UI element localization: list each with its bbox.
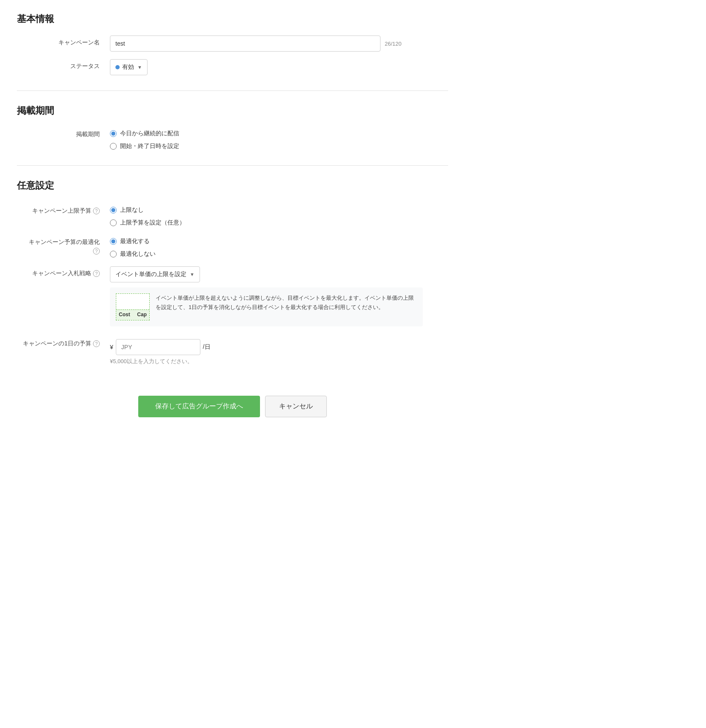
daily-budget-help-icon[interactable]: ? (93, 340, 100, 347)
status-label: ステータス (17, 59, 110, 70)
divider-2 (17, 165, 448, 166)
footer-buttons: 保存して広告グループ作成へ キャンセル (17, 386, 448, 417)
budget-no-limit-option[interactable]: 上限なし (110, 206, 448, 214)
daily-budget-hint: ¥5,000以上を入力してください。 (110, 358, 448, 365)
bid-strategy-row: キャンペーン入札戦略 ? イベント単価の上限を設定 ▼ Cost Cap イベン… (17, 266, 448, 326)
campaign-name-row: キャンペーン名 26/120 (17, 36, 448, 52)
optional-settings-section: 任意設定 キャンペーン上限予算 ? 上限なし 上限予算を設定（任意） (17, 179, 448, 365)
posting-period-row: 掲載期間 今日から継続的に配信 開始・終了日時を設定 (17, 127, 448, 150)
posting-period-option-2-label: 開始・終了日時を設定 (120, 142, 179, 150)
budget-optimization-row: キャンペーン予算の最適化 ? 最適化する 最適化しない (17, 235, 448, 258)
bid-chart: Cost Cap (116, 293, 150, 320)
status-control: 有効 ▼ (110, 59, 448, 75)
daily-budget-unit: /日 (203, 343, 211, 351)
optimization-no-label: 最適化しない (120, 250, 156, 258)
daily-budget-input[interactable] (116, 339, 200, 355)
status-dot (115, 65, 120, 69)
budget-set-limit-label: 上限予算を設定（任意） (120, 219, 185, 227)
cancel-button[interactable]: キャンセル (265, 396, 327, 417)
budget-limit-label-wrapper: キャンペーン上限予算 ? (17, 204, 110, 215)
budget-limit-control: 上限なし 上限予算を設定（任意） (110, 204, 448, 227)
bid-description-text: イベント単価が上限を超えないように調整しながら、目標イベントを最大化します。イベ… (156, 293, 417, 312)
bid-strategy-label-wrapper: キャンペーン入札戦略 ? (17, 266, 110, 277)
posting-period-option-1[interactable]: 今日から継続的に配信 (110, 130, 448, 137)
budget-set-limit-option[interactable]: 上限予算を設定（任意） (110, 219, 448, 227)
posting-period-control: 今日から継続的に配信 開始・終了日時を設定 (110, 127, 448, 150)
bid-strategy-arrow: ▼ (190, 272, 194, 277)
budget-optimization-label: キャンペーン予算の最適化 (29, 238, 100, 246)
campaign-name-input[interactable] (110, 36, 380, 52)
posting-period-radio-2[interactable] (110, 143, 117, 150)
posting-period-radio-group: 今日から継続的に配信 開始・終了日時を設定 (110, 127, 448, 150)
budget-set-limit-radio[interactable] (110, 219, 117, 226)
budget-no-limit-label: 上限なし (120, 206, 144, 214)
optimization-yes-option[interactable]: 最適化する (110, 238, 448, 245)
budget-limit-label: キャンペーン上限予算 (32, 207, 91, 215)
daily-budget-control: ¥ /日 ¥5,000以上を入力してください。 (110, 337, 448, 365)
currency-symbol: ¥ (110, 344, 113, 350)
budget-optimization-help-icon[interactable]: ? (93, 248, 100, 255)
optimization-no-radio[interactable] (110, 251, 117, 257)
budget-limit-radio-group: 上限なし 上限予算を設定（任意） (110, 204, 448, 227)
campaign-name-label: キャンペーン名 (17, 36, 110, 47)
posting-period-label: 掲載期間 (17, 127, 110, 138)
bid-chart-cost-label: Cost (119, 312, 130, 317)
posting-period-option-1-label: 今日から継続的に配信 (120, 130, 179, 137)
status-dropdown-arrow: ▼ (137, 65, 142, 70)
basic-info-section: 基本情報 キャンペーン名 26/120 ステータス 有効 ▼ (17, 13, 448, 75)
budget-optimization-radio-group: 最適化する 最適化しない (110, 235, 448, 258)
save-button[interactable]: 保存して広告グループ作成へ (138, 396, 260, 417)
posting-period-section: 掲載期間 掲載期間 今日から継続的に配信 開始・終了日時を設定 (17, 104, 448, 150)
campaign-name-wrapper: 26/120 (110, 36, 448, 52)
bid-strategy-control: イベント単価の上限を設定 ▼ Cost Cap イベント単価が上限を超えないよう… (110, 266, 448, 326)
status-value: 有効 (122, 63, 134, 71)
campaign-name-control: 26/120 (110, 36, 448, 52)
optimization-yes-label: 最適化する (120, 238, 150, 245)
optimization-yes-radio[interactable] (110, 238, 117, 245)
bid-strategy-value: イベント単価の上限を設定 (115, 271, 186, 278)
budget-optimization-label-wrapper: キャンペーン予算の最適化 ? (17, 235, 110, 255)
status-dropdown[interactable]: 有効 ▼ (110, 59, 148, 75)
bid-strategy-dropdown[interactable]: イベント単価の上限を設定 ▼ (110, 266, 200, 282)
optimization-no-option[interactable]: 最適化しない (110, 250, 448, 258)
posting-period-title: 掲載期間 (17, 104, 448, 117)
posting-period-radio-1[interactable] (110, 130, 117, 137)
bid-strategy-label: キャンペーン入札戦略 (32, 270, 91, 277)
daily-budget-label: キャンペーンの1日の予算 (23, 340, 91, 348)
basic-info-title: 基本情報 (17, 13, 448, 25)
daily-budget-row: キャンペーンの1日の予算 ? ¥ /日 ¥5,000以上を入力してください。 (17, 337, 448, 365)
posting-period-option-2[interactable]: 開始・終了日時を設定 (110, 142, 448, 150)
daily-budget-input-row: ¥ /日 (110, 337, 448, 355)
budget-limit-row: キャンペーン上限予算 ? 上限なし 上限予算を設定（任意） (17, 204, 448, 227)
budget-limit-help-icon[interactable]: ? (93, 208, 100, 214)
budget-no-limit-radio[interactable] (110, 207, 117, 213)
bid-chart-cap-label: Cap (137, 312, 147, 317)
campaign-name-char-count: 26/120 (385, 41, 402, 47)
divider-1 (17, 90, 448, 91)
bid-strategy-info-box: Cost Cap イベント単価が上限を超えないように調整しながら、目標イベントを… (110, 287, 423, 326)
daily-budget-label-wrapper: キャンペーンの1日の予算 ? (17, 337, 110, 348)
optional-settings-title: 任意設定 (17, 179, 448, 192)
bid-strategy-help-icon[interactable]: ? (93, 270, 100, 277)
status-row: ステータス 有効 ▼ (17, 59, 448, 75)
budget-optimization-control: 最適化する 最適化しない (110, 235, 448, 258)
